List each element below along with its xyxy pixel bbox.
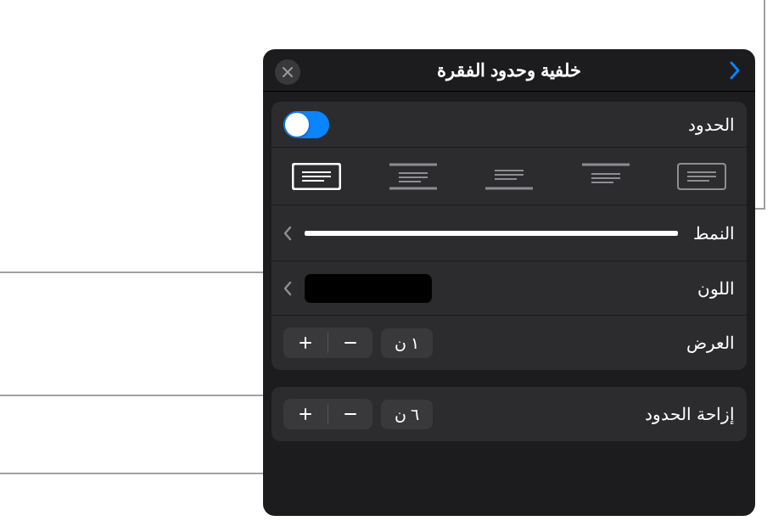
chevron-right-icon bbox=[728, 61, 740, 80]
borders-section: الحدود bbox=[272, 102, 747, 370]
border-pos-box[interactable] bbox=[283, 160, 350, 193]
style-row[interactable]: النمط bbox=[272, 205, 747, 261]
callout-line-style bbox=[0, 272, 294, 273]
titlebar: خلفية وحدود الفقرة bbox=[263, 49, 755, 92]
toggle-knob bbox=[285, 113, 309, 137]
minus-icon bbox=[343, 406, 358, 422]
width-value: ١ ن bbox=[381, 328, 433, 358]
chevron-left-icon bbox=[283, 281, 293, 296]
width-decrease-button[interactable] bbox=[328, 328, 372, 358]
width-row: العرض ١ ن bbox=[272, 316, 747, 370]
borders-label: الحدود bbox=[688, 115, 735, 135]
border-full-icon bbox=[677, 163, 726, 190]
width-stepper bbox=[283, 328, 372, 358]
border-box-icon bbox=[292, 163, 341, 190]
width-increase-button[interactable] bbox=[283, 328, 328, 358]
width-label: العرض bbox=[686, 333, 735, 353]
border-topbottom-icon bbox=[389, 163, 438, 190]
border-pos-top[interactable] bbox=[573, 160, 639, 193]
paragraph-borders-panel: خلفية وحدود الفقرة الحدود bbox=[263, 49, 755, 516]
border-top-icon bbox=[581, 163, 630, 190]
offset-increase-button[interactable] bbox=[283, 399, 328, 429]
borders-toggle[interactable] bbox=[283, 111, 329, 138]
color-row[interactable]: اللون bbox=[272, 261, 747, 316]
border-pos-bottom[interactable] bbox=[476, 160, 542, 193]
plus-icon bbox=[298, 406, 313, 422]
offset-label: إزاحة الحدود bbox=[645, 404, 735, 424]
offset-value: ٦ ن bbox=[381, 400, 433, 429]
callout-line-vertical-right bbox=[764, 0, 765, 208]
color-swatch bbox=[305, 274, 432, 303]
close-icon bbox=[283, 67, 293, 77]
callout-line-offset bbox=[0, 473, 288, 474]
offset-section: إزاحة الحدود ٦ ن bbox=[272, 387, 747, 441]
border-bottom-icon bbox=[484, 163, 534, 190]
offset-stepper bbox=[283, 399, 372, 429]
offset-decrease-button[interactable] bbox=[328, 399, 372, 429]
panel-title: خلفية وحدود الفقرة bbox=[437, 60, 581, 81]
chevron-left-icon bbox=[283, 226, 293, 241]
borders-toggle-row: الحدود bbox=[272, 102, 747, 148]
plus-icon bbox=[298, 335, 313, 350]
border-position-row bbox=[272, 148, 747, 205]
border-pos-full[interactable] bbox=[669, 160, 735, 193]
minus-icon bbox=[343, 335, 358, 350]
color-label: اللون bbox=[697, 278, 735, 299]
callout-line-width bbox=[0, 395, 288, 396]
back-button[interactable] bbox=[721, 58, 747, 83]
close-button[interactable] bbox=[275, 59, 300, 85]
offset-row: إزاحة الحدود ٦ ن bbox=[272, 387, 747, 441]
border-pos-top-bottom[interactable] bbox=[380, 160, 446, 193]
line-style-preview bbox=[305, 231, 678, 236]
style-label: النمط bbox=[693, 223, 735, 244]
